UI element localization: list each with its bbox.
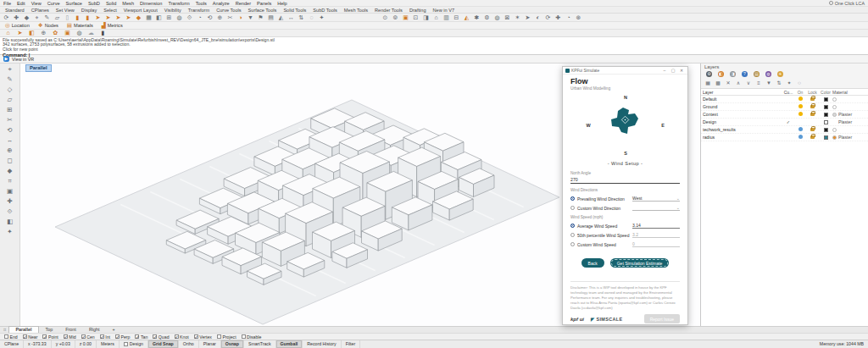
menu-item[interactable]: Dimension: [140, 1, 162, 6]
toolbar-icon[interactable]: ◐: [534, 14, 542, 21]
sidebar-tool-icon[interactable]: ▣: [6, 188, 14, 195]
sidebar-tool-icon[interactable]: ⊕: [6, 147, 14, 154]
report-issue-button[interactable]: Report Issue: [644, 314, 680, 323]
close-button[interactable]: ✕: [678, 68, 685, 73]
plugin-icon[interactable]: ☁: [87, 30, 95, 36]
layer-current-check[interactable]: ✓: [782, 119, 794, 124]
panel-tab-icon[interactable]: ?: [742, 71, 748, 77]
wind-direction-select[interactable]: ⌄: [632, 205, 680, 211]
status-toggle[interactable]: SmartTrack: [244, 340, 276, 348]
toolbar-icon[interactable]: ✂: [226, 14, 234, 21]
menu-item[interactable]: Mesh: [122, 1, 134, 6]
plugin-icon[interactable]: ◧: [28, 30, 36, 36]
osnap-checkbox[interactable]: Quad: [153, 334, 169, 340]
layers-toolbar-icon[interactable]: ▦: [704, 80, 711, 86]
toolbar-icon[interactable]: ◆: [23, 14, 31, 21]
wind-speed-option[interactable]: Average Wind Speed 3.14: [570, 223, 680, 229]
toolbar-tab[interactable]: CPlanes: [31, 8, 49, 13]
toolbar-icon[interactable]: ⚙: [483, 14, 491, 21]
toolbar-icon[interactable]: ◭: [277, 14, 285, 21]
wind-direction-select[interactable]: West ⌄: [632, 196, 680, 202]
layers-toolbar-icon[interactable]: ∧: [735, 80, 742, 86]
toolbar-tab[interactable]: Mesh Tools: [344, 8, 368, 13]
layers-toolbar-icon[interactable]: ▼: [765, 80, 772, 86]
layer-row[interactable]: techwork_results: [701, 126, 868, 134]
menu-item[interactable]: Surface: [66, 1, 82, 6]
sidebar-tool-icon[interactable]: ⌖: [6, 66, 14, 73]
get-simulation-estimate-button[interactable]: Get Simulation Estimate: [610, 258, 670, 268]
toolbar-tab[interactable]: Standard: [5, 8, 25, 13]
checkbox-icon[interactable]: [64, 334, 68, 339]
one-click-lca-button[interactable]: One Click LCA: [829, 1, 865, 6]
viewport-title[interactable]: Parallel: [25, 64, 52, 72]
radio-icon[interactable]: [570, 242, 575, 246]
toolbar-icon[interactable]: ▣: [402, 14, 409, 21]
status-toggle[interactable]: Record History: [303, 340, 341, 348]
checkbox-icon[interactable]: [115, 334, 120, 339]
checkbox-icon[interactable]: [81, 334, 86, 339]
panel-tab-icon[interactable]: ◨: [730, 71, 736, 77]
plugin-icon[interactable]: ⌂: [4, 30, 12, 36]
toolbar-icon[interactable]: ⊚: [392, 14, 399, 21]
layer-visibility-bulb-icon[interactable]: [794, 104, 806, 109]
toolbar-icon[interactable]: ✚: [13, 14, 20, 21]
toolbar-tab[interactable]: Surface Tools: [248, 8, 277, 13]
wind-speed-option[interactable]: 50th percentile Wind Speed 3.2: [570, 232, 680, 238]
checkbox-icon[interactable]: [175, 334, 179, 339]
quick-button[interactable]: ❖ Nodes: [38, 22, 58, 29]
osnap-checkbox[interactable]: Mid: [64, 334, 76, 340]
status-toggle[interactable]: Grid Snap: [148, 340, 179, 348]
toolbar-icon[interactable]: ✚: [554, 14, 562, 21]
quick-button[interactable]: ▟ Metrics: [102, 22, 123, 29]
toolbar-icon[interactable]: ✶: [514, 14, 521, 21]
layer-visibility-bulb-icon[interactable]: [794, 127, 806, 132]
menu-item[interactable]: Analyze: [213, 1, 230, 6]
toolbar-icon[interactable]: ◌: [308, 14, 315, 21]
toolbar-tab[interactable]: Set View: [56, 8, 75, 13]
layer-color-swatch[interactable]: [819, 97, 832, 102]
layer-row[interactable]: Ground: [701, 103, 868, 111]
layer-checkbox-icon[interactable]: [124, 342, 128, 346]
checkbox-icon[interactable]: [4, 334, 8, 339]
osnap-checkbox[interactable]: Vertex: [194, 334, 212, 340]
toolbar-icon[interactable]: ⊙: [381, 14, 389, 21]
radio-icon[interactable]: [570, 206, 575, 210]
layers-toolbar-icon[interactable]: ≡: [755, 80, 762, 86]
osnap-checkbox[interactable]: Perp: [115, 334, 130, 340]
sidebar-tool-icon[interactable]: ▱: [6, 97, 14, 103]
toolbar-icon[interactable]: ▱: [53, 14, 61, 21]
toolbar-icon[interactable]: ⟐: [186, 14, 193, 21]
viewport-tab[interactable]: +: [106, 327, 120, 333]
layer-row[interactable]: radius Plaster: [701, 134, 868, 141]
menu-item[interactable]: Curve: [47, 1, 60, 6]
sidebar-tool-icon[interactable]: ↔: [6, 137, 14, 144]
status-toggle[interactable]: Planar: [199, 340, 221, 348]
osnap-checkbox[interactable]: Cen: [81, 334, 95, 340]
sidebar-tool-icon[interactable]: ⟐: [6, 208, 14, 215]
sidebar-tool-icon[interactable]: ✂: [6, 117, 14, 124]
layer-color-swatch[interactable]: [819, 105, 832, 109]
layers-toolbar-icon[interactable]: ◌: [796, 80, 803, 86]
layer-material[interactable]: [832, 128, 866, 132]
cplane-pane[interactable]: CPlane: [0, 340, 24, 348]
radio-icon[interactable]: [570, 196, 575, 201]
layer-visibility-bulb-icon[interactable]: [794, 112, 806, 117]
layer-visibility-bulb-icon[interactable]: [794, 119, 806, 124]
plugin-icon[interactable]: ⊕: [40, 30, 47, 36]
toolbar-icon[interactable]: ◔: [565, 14, 572, 21]
toolbar-icon[interactable]: ➤: [104, 14, 112, 21]
toolbar-icon[interactable]: ⊞: [165, 14, 173, 21]
status-toggle[interactable]: Gumball: [276, 340, 303, 348]
osnap-checkbox[interactable]: Near: [23, 334, 38, 340]
viewport-tab[interactable]: Right: [83, 327, 106, 333]
layer-lock-icon[interactable]: [806, 120, 819, 124]
layer-row[interactable]: Context Plaster: [701, 111, 868, 119]
layer-lock-icon[interactable]: [806, 135, 819, 139]
toolbar-icon[interactable]: ◨: [422, 14, 430, 21]
toolbar-tab[interactable]: Curve Tools: [216, 8, 241, 13]
layer-visibility-bulb-icon[interactable]: [794, 135, 806, 140]
toolbar-icon[interactable]: ⊠: [504, 14, 511, 21]
checkbox-icon[interactable]: [42, 334, 47, 339]
toolbar-icon[interactable]: ⊕: [216, 14, 224, 21]
osnap-checkbox[interactable]: Project: [217, 334, 236, 340]
